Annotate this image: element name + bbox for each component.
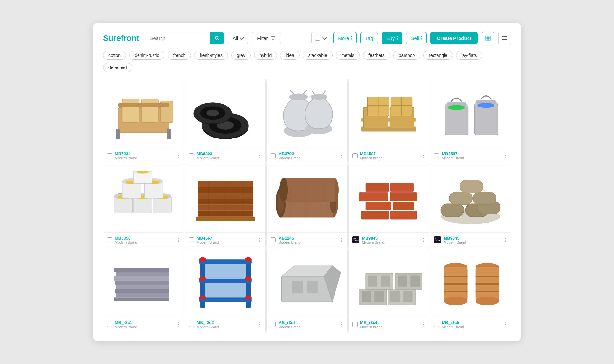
tag-label: Tag xyxy=(365,36,373,41)
tag-pill-stackable[interactable]: stackable xyxy=(303,51,333,60)
svg-point-124 xyxy=(245,296,251,300)
checkbox-dropdown[interactable] xyxy=(311,32,329,44)
all-dropdown-label: All xyxy=(233,36,238,41)
product-menu-button[interactable] xyxy=(421,321,425,328)
tag-button[interactable]: Tag xyxy=(360,32,378,44)
svg-point-123 xyxy=(199,296,206,300)
product-id[interactable]: MB9845 xyxy=(444,236,501,241)
tag-pill-cotton[interactable]: cotton xyxy=(103,51,126,60)
product-menu-button[interactable] xyxy=(177,321,180,328)
svg-point-121 xyxy=(199,276,206,281)
search-button[interactable] xyxy=(210,32,224,44)
product-menu-button[interactable] xyxy=(177,152,180,159)
product-checkbox[interactable] xyxy=(189,237,194,242)
svg-rect-105 xyxy=(460,180,483,193)
product-menu-button[interactable] xyxy=(503,152,507,159)
svg-rect-112 xyxy=(116,272,169,276)
product-menu-button[interactable] xyxy=(340,152,343,159)
svg-rect-140 xyxy=(381,275,390,286)
tag-pill-denim-rustic[interactable]: denim-rustic xyxy=(129,51,164,60)
tag-pill-detached[interactable]: detached xyxy=(103,63,132,72)
product-checkbox[interactable] xyxy=(189,322,194,327)
filter-button[interactable]: Filter xyxy=(252,32,281,44)
product-info: MB4567Modern Brand xyxy=(197,236,256,244)
product-image-area xyxy=(430,80,511,148)
chevron-down-icon xyxy=(323,36,327,40)
tag-pill-bamboo[interactable]: bamboo xyxy=(393,51,421,60)
product-card: MB4587Modern Brand xyxy=(430,80,511,163)
tag-pill-rectangle[interactable]: rectangle xyxy=(423,51,453,60)
grid-view-button[interactable] xyxy=(482,32,494,44)
product-footer: MB_r3c4Modern Brand xyxy=(349,317,429,332)
product-footer: MB3792Modern Brand xyxy=(267,148,347,163)
tags-row: cottondenim-rusticfrenchfresh-stylesgrey… xyxy=(103,51,511,72)
all-dropdown[interactable]: All xyxy=(228,32,248,44)
product-checkbox[interactable] xyxy=(271,153,276,158)
product-menu-button[interactable] xyxy=(503,321,507,328)
product-id[interactable]: MB4587 xyxy=(442,151,501,156)
list-view-button[interactable] xyxy=(498,32,511,44)
product-menu-button[interactable] xyxy=(421,152,425,159)
product-image-area xyxy=(267,80,347,148)
svg-point-26 xyxy=(289,94,308,100)
product-id[interactable]: MB4567 xyxy=(197,236,256,241)
product-footer: MB4587Modern Brand xyxy=(430,148,511,163)
product-footer: MB_r3c5Modern Brand xyxy=(430,317,511,332)
tag-pill-idea[interactable]: idea xyxy=(280,51,299,60)
product-id[interactable]: MB7234 xyxy=(115,151,174,156)
product-checkbox[interactable] xyxy=(352,322,358,327)
product-id[interactable]: MB_r3c4 xyxy=(360,320,419,325)
product-id[interactable]: MB3792 xyxy=(278,151,337,156)
product-id[interactable]: MB_r3c5 xyxy=(442,320,501,325)
tag-pill-feathers[interactable]: feathers xyxy=(363,51,390,60)
product-brand: Modern Brand xyxy=(362,241,419,244)
tag-pill-fresh-styles[interactable]: fresh-styles xyxy=(194,51,228,60)
product-menu-button[interactable] xyxy=(340,237,343,243)
product-id[interactable]: MB9845 xyxy=(362,236,419,241)
svg-point-146 xyxy=(444,297,468,305)
product-menu-button[interactable] xyxy=(421,237,425,243)
product-checkbox[interactable] xyxy=(271,237,276,242)
product-checkbox[interactable] xyxy=(271,322,276,327)
product-checkbox[interactable] xyxy=(434,153,439,158)
product-menu-button[interactable] xyxy=(503,237,507,243)
svg-rect-93 xyxy=(366,202,391,210)
product-menu-button[interactable] xyxy=(258,152,262,159)
svg-point-50 xyxy=(478,103,495,108)
product-card: MB_r3c1Modern Brand xyxy=(103,249,184,332)
product-id[interactable]: MB0356 xyxy=(115,236,174,241)
buy-button[interactable]: Buy xyxy=(382,32,403,44)
product-menu-button[interactable] xyxy=(177,237,180,243)
search-input[interactable] xyxy=(146,32,210,44)
svg-rect-143 xyxy=(410,275,420,286)
tag-pill-hybrid[interactable]: hybrid xyxy=(254,51,277,60)
product-checkbox[interactable] xyxy=(107,237,112,242)
more-button[interactable]: More xyxy=(333,32,357,44)
product-id[interactable]: MB6893 xyxy=(197,151,256,156)
product-id[interactable]: MB_r3c1 xyxy=(115,320,174,325)
product-card: MB6893Modern Brand xyxy=(185,80,266,163)
tag-pill-grey[interactable]: grey xyxy=(231,51,251,60)
product-id[interactable]: MB_r3c2 xyxy=(197,320,256,325)
product-menu-button[interactable] xyxy=(258,237,262,243)
product-id[interactable]: MB_r3c3 xyxy=(278,320,337,325)
svg-rect-117 xyxy=(199,279,251,283)
svg-rect-15 xyxy=(167,129,171,139)
product-checkbox[interactable] xyxy=(107,153,112,158)
product-menu-button[interactable] xyxy=(340,321,343,328)
product-menu-button[interactable] xyxy=(258,321,262,328)
product-checkbox[interactable] xyxy=(352,153,358,158)
product-id[interactable]: MB4587 xyxy=(360,151,419,156)
create-product-button[interactable]: Create Product xyxy=(430,32,478,44)
sell-button[interactable]: Sell xyxy=(406,32,427,44)
product-checkbox[interactable] xyxy=(434,322,439,327)
product-checkbox[interactable] xyxy=(189,153,194,158)
product-checkbox[interactable] xyxy=(107,322,112,327)
product-card: MB_r3c4Modern Brand xyxy=(348,249,429,332)
tag-pill-french[interactable]: french xyxy=(168,51,191,60)
product-info: MB1245Modern Brand xyxy=(278,236,337,244)
tag-pill-lay-flats[interactable]: lay-flats xyxy=(456,51,482,60)
tag-pill-metals[interactable]: metals xyxy=(336,51,360,60)
svg-rect-108 xyxy=(115,289,169,293)
product-id[interactable]: MB1245 xyxy=(278,236,337,241)
